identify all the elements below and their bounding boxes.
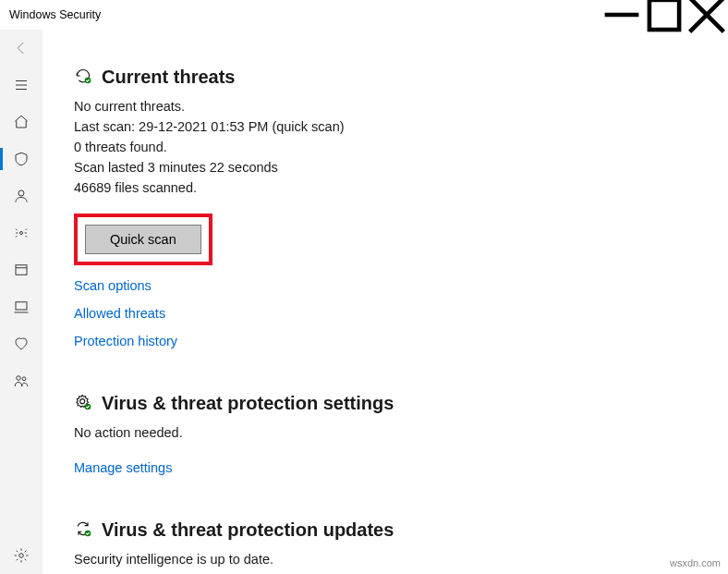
svg-point-14	[22, 377, 26, 381]
sidebar-family-options[interactable]	[0, 362, 42, 399]
scan-duration-text: Scan lasted 3 minutes 22 seconds	[74, 158, 665, 177]
updates-section: Virus & threat protection updates Securi…	[74, 519, 665, 569]
svg-point-19	[85, 531, 91, 537]
current-threats-section: Current threats No current threats. Last…	[74, 67, 665, 348]
updates-status: Security intelligence is up to date.	[74, 550, 665, 569]
sidebar-home[interactable]	[0, 104, 42, 140]
minimize-button[interactable]	[601, 0, 643, 30]
threats-found-text: 0 threats found.	[74, 138, 665, 157]
window-title: Windows Security	[9, 8, 101, 21]
sidebar-account-protection[interactable]	[0, 177, 42, 214]
settings-heading: Virus & threat protection settings	[102, 393, 394, 414]
current-threats-heading: Current threats	[102, 67, 235, 88]
manage-settings-link[interactable]: Manage settings	[74, 460, 665, 475]
svg-point-17	[80, 399, 85, 404]
sidebar-device-performance[interactable]	[0, 325, 42, 362]
main-content: Current threats No current threats. Last…	[42, 30, 728, 574]
no-threats-text: No current threats.	[74, 97, 665, 116]
svg-point-7	[18, 190, 24, 196]
svg-rect-9	[16, 265, 27, 275]
quick-scan-highlight: Quick scan	[74, 214, 212, 265]
updates-heading: Virus & threat protection updates	[102, 519, 394, 541]
sidebar-firewall[interactable]	[0, 214, 42, 251]
gear-check-icon	[74, 393, 92, 414]
sidebar-device-security[interactable]	[0, 288, 42, 325]
svg-rect-11	[16, 302, 27, 310]
files-scanned-text: 46689 files scanned.	[74, 178, 665, 198]
close-button[interactable]	[686, 0, 728, 30]
allowed-threats-link[interactable]: Allowed threats	[74, 306, 665, 321]
sidebar	[0, 30, 42, 574]
back-button[interactable]	[0, 30, 42, 67]
svg-point-8	[20, 232, 23, 235]
svg-point-15	[19, 554, 24, 558]
last-scan-text: Last scan: 29-12-2021 01:53 PM (quick sc…	[74, 117, 665, 137]
sidebar-settings[interactable]	[0, 537, 42, 574]
svg-point-18	[85, 404, 91, 410]
svg-point-16	[85, 78, 91, 84]
title-bar: Windows Security	[0, 0, 728, 30]
scan-options-link[interactable]: Scan options	[74, 278, 665, 293]
menu-button[interactable]	[0, 67, 42, 104]
quick-scan-button[interactable]: Quick scan	[85, 225, 201, 254]
svg-point-13	[17, 376, 21, 381]
settings-status: No action needed.	[74, 423, 665, 443]
refresh-shield-icon	[74, 67, 92, 88]
svg-rect-1	[649, 0, 679, 30]
sidebar-virus-protection[interactable]	[0, 140, 42, 177]
settings-section: Virus & threat protection settings No ac…	[74, 393, 665, 475]
sidebar-app-browser-control[interactable]	[0, 251, 42, 288]
protection-history-link[interactable]: Protection history	[74, 334, 665, 348]
sync-check-icon	[74, 519, 92, 541]
maximize-button[interactable]	[643, 0, 686, 30]
watermark: wsxdn.com	[670, 557, 721, 568]
